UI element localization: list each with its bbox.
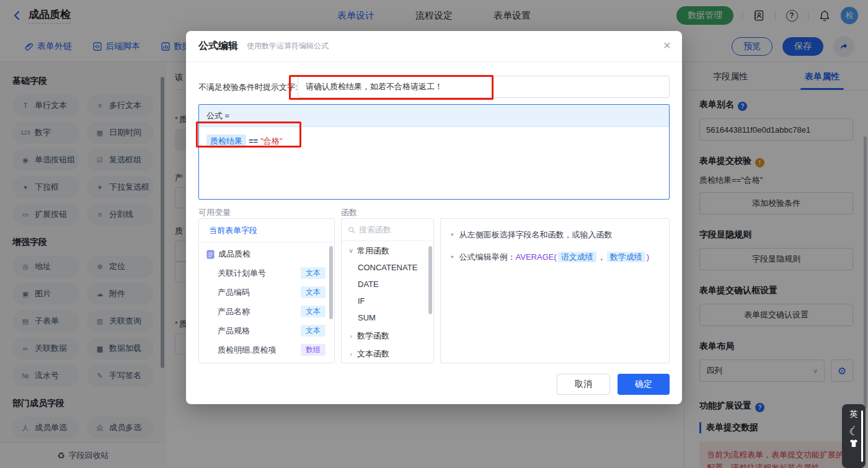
function-item-date[interactable]: DATE (342, 276, 433, 293)
form-tree-root[interactable]: 成品质检 (199, 245, 334, 263)
functions-section-label: 函数 (341, 207, 357, 218)
chevron-right-icon: › (348, 332, 354, 340)
function-group-math[interactable]: ›数学函数 (342, 327, 433, 344)
function-search-input[interactable] (359, 225, 427, 234)
search-icon (348, 226, 355, 234)
close-icon[interactable]: × (663, 38, 671, 51)
type-badge-text: 文本 (301, 286, 326, 298)
variables-panel: 当前表单字段 成品质检 关联计划单号文本 产品编码文本 产品名称文本 产品规格文… (198, 218, 335, 363)
functions-scrollbar[interactable] (428, 246, 432, 314)
current-form-fields-tab[interactable]: 当前表单字段 (209, 225, 257, 236)
tshirt-icon[interactable] (849, 439, 859, 448)
functions-panel: ∨常用函数 CONCATENATE DATE IF SUM ›数学函数 ›文本函… (341, 218, 434, 363)
example-chip: 数学成绩 (607, 252, 645, 262)
operator-token: == (249, 136, 258, 146)
variable-field-row[interactable]: 关联计划单号文本 (199, 263, 334, 283)
variable-field-row[interactable]: 质检明细.质检项数组 (199, 340, 334, 360)
page-scrollbar[interactable] (861, 410, 863, 462)
function-group-common[interactable]: ∨常用函数 (342, 242, 433, 259)
chevron-down-icon: ∨ (348, 247, 354, 255)
cancel-button[interactable]: 取消 (557, 374, 610, 395)
variables-section-label: 可用变量 (198, 207, 231, 218)
modal-subtitle: 使用数学运算符编辑公式 (247, 41, 329, 51)
function-item-if[interactable]: IF (342, 293, 433, 309)
function-item-sum[interactable]: SUM (342, 309, 433, 326)
modal-header: 公式编辑 使用数学运算符编辑公式 × (186, 31, 682, 62)
variable-field-row[interactable]: 质检明细.检验方法数组 (199, 360, 334, 363)
type-badge-text: 文本 (301, 325, 326, 337)
tips-panel: •从左侧面板选择字段名和函数，或输入函数 •公式编辑举例：AVERAGE(语文成… (440, 218, 670, 363)
app-root: 成品质检 表单设计 流程设定 表单设置 数据管理 ? 检 表单外链 (0, 0, 868, 468)
formula-editor: 公式 = 质检结果=="合格" (198, 104, 670, 200)
variables-scrollbar[interactable] (329, 246, 333, 319)
chevron-right-icon: › (348, 350, 354, 358)
form-doc-icon (206, 250, 215, 259)
type-badge-text: 文本 (301, 306, 326, 317)
variable-field-row[interactable]: 产品规格文本 (199, 321, 334, 340)
variable-field-row[interactable]: 产品编码文本 (199, 283, 334, 302)
mark-glyph: ˏ (852, 421, 855, 425)
confirm-button[interactable]: 确定 (618, 374, 670, 395)
example-chip: 语文成绩 (558, 252, 596, 262)
variables-tab-row: 当前表单字段 (199, 219, 334, 242)
prompt-text-input[interactable] (298, 76, 670, 98)
tip-line-2: •公式编辑举例：AVERAGE(语文成绩，数学成绩) (451, 251, 659, 263)
prompt-text-label: 不满足校验条件时提示文字: (198, 82, 298, 93)
translate-widget: 英 ˏ ☾ (842, 404, 866, 468)
formula-header: 公式 = (199, 105, 669, 127)
tip-line-1: •从左侧面板选择字段名和函数，或输入函数 (451, 229, 659, 241)
formula-edit-modal: 公式编辑 使用数学运算符编辑公式 × 不满足校验条件时提示文字: 公式 = 质检… (186, 31, 682, 404)
string-literal-token: "合格" (260, 136, 282, 146)
field-token-chip[interactable]: 质检结果 (206, 135, 246, 148)
variable-field-row[interactable]: 产品名称文本 (199, 302, 334, 321)
function-search-row (342, 219, 433, 241)
function-group-text[interactable]: ›文本函数 (342, 345, 433, 362)
type-badge-text: 文本 (301, 267, 326, 279)
type-badge-array: 数组 (301, 344, 326, 356)
formula-body[interactable]: 质检结果=="合格" (199, 127, 669, 156)
moon-icon[interactable]: ☾ (849, 426, 858, 438)
function-item-concatenate[interactable]: CONCATENATE (342, 259, 433, 276)
modal-title: 公式编辑 (198, 40, 238, 53)
